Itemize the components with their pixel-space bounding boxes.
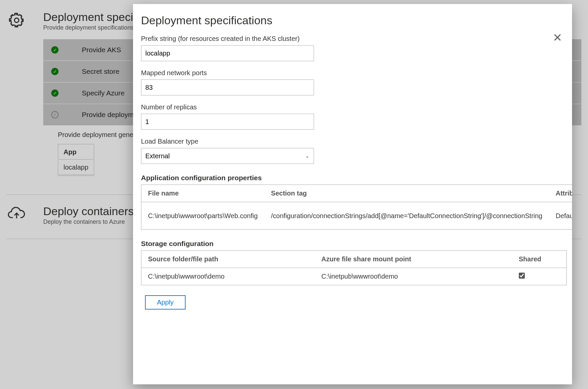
cell-attrname: DefaultConnectionString [549,202,572,230]
appconfig-table: File name Section tag Attribute name Att… [141,185,572,230]
table-row: C:\inetpub\wwwroot\demo C:\inetpub\wwwro… [141,268,567,285]
appconfig-heading: Application configuration properties [141,174,564,182]
cell-mount: C:\inetpub\wwwroot\demo [315,268,512,285]
replicas-input[interactable] [141,114,314,130]
cell-source: C:\inetpub\wwwroot\demo [141,268,315,285]
deployment-specs-modal: Deployment specifications ✕ Prefix strin… [133,4,572,384]
th-shared: Shared [512,251,567,268]
cell-filename: C:\inetpub\wwwroot\parts\Web.config [141,202,264,230]
th-source: Source folder/file path [141,251,315,268]
th-filename: File name [141,185,264,202]
prefix-input[interactable] [141,45,314,61]
close-icon[interactable]: ✕ [553,32,562,43]
cell-shared [512,268,567,285]
ports-input[interactable] [141,79,314,95]
shared-checkbox[interactable] [519,273,525,279]
table-row: C:\inetpub\wwwroot\parts\Web.config /con… [141,202,572,230]
replicas-label: Number of replicas [141,103,564,111]
th-attrname: Attribute name [549,185,572,202]
storage-heading: Storage configuration [141,240,564,248]
lbtype-select[interactable]: External [141,148,314,164]
apply-button[interactable]: Apply [145,295,186,310]
th-section: Section tag [264,185,549,202]
prefix-label: Prefix string (for resources created in … [141,35,564,43]
ports-label: Mapped network ports [141,69,564,77]
cell-section: /configuration/connectionStrings/add[@na… [264,202,549,230]
storage-table: Source folder/file path Azure file share… [141,250,567,285]
modal-title: Deployment specifications [141,14,564,27]
th-mount: Azure file share mount point [315,251,512,268]
lbtype-label: Load Balancer type [141,138,564,145]
